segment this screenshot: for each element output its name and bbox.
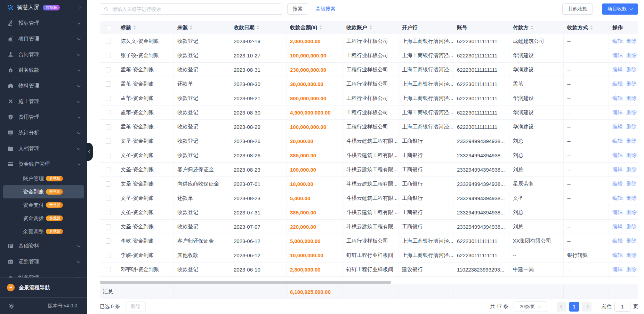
- row-checkbox[interactable]: [106, 181, 111, 187]
- row-checkbox[interactable]: [106, 39, 111, 44]
- row-checkbox[interactable]: [106, 167, 111, 172]
- search-input[interactable]: [112, 6, 279, 12]
- sidebar-item-finance[interactable]: 财务账款: [0, 62, 87, 78]
- edit-link[interactable]: 编辑: [612, 95, 623, 102]
- prev-page-button[interactable]: [557, 302, 566, 312]
- delete-link[interactable]: 删除: [626, 124, 637, 130]
- edit-link[interactable]: 编辑: [612, 52, 623, 59]
- sort-icon[interactable]: [190, 25, 193, 30]
- sidebar-item-contract[interactable]: 合同管理: [0, 47, 87, 62]
- delete-link[interactable]: 删除: [626, 266, 637, 273]
- delete-link[interactable]: 删除: [626, 181, 637, 187]
- edit-link[interactable]: 编辑: [612, 181, 623, 187]
- goto-page-input[interactable]: [614, 302, 630, 312]
- edit-link[interactable]: 编辑: [612, 166, 623, 173]
- page-number-1[interactable]: 1: [569, 302, 579, 312]
- delete-link[interactable]: 删除: [626, 52, 637, 59]
- column-header-date[interactable]: 收款日期: [230, 21, 287, 34]
- search-button[interactable]: 搜索: [287, 3, 308, 15]
- sort-icon[interactable]: [257, 25, 259, 30]
- delete-link[interactable]: 删除: [626, 81, 637, 87]
- row-checkbox[interactable]: [106, 81, 111, 87]
- sidebar-subitem-fund-transfer[interactable]: 资金调拨专业版: [0, 212, 87, 225]
- row-checkbox[interactable]: [106, 124, 111, 129]
- edit-link[interactable]: 编辑: [612, 152, 623, 159]
- sidebar-subitem-fund-payment[interactable]: 资金支付专业版: [0, 198, 87, 212]
- edit-link[interactable]: 编辑: [612, 81, 623, 87]
- edit-link[interactable]: 编辑: [612, 66, 623, 73]
- row-checkbox[interactable]: [106, 267, 111, 272]
- sort-icon[interactable]: [590, 25, 593, 30]
- sort-icon[interactable]: [531, 25, 533, 30]
- row-checkbox[interactable]: [106, 224, 111, 229]
- sidebar-item-license[interactable]: 证照管理: [0, 254, 87, 269]
- page-size-select[interactable]: 20条/页: [514, 301, 547, 312]
- sidebar-subitem-balance-adjust[interactable]: 余额调整专业版: [0, 225, 87, 238]
- delete-link[interactable]: 删除: [626, 223, 637, 230]
- sidebar-item-device[interactable]: 设备管理: [0, 269, 87, 277]
- column-header-title[interactable]: 标题: [117, 21, 174, 34]
- column-header-checkbox[interactable]: [100, 21, 117, 34]
- sidebar-item-document[interactable]: 文档管理: [0, 141, 87, 156]
- edit-link[interactable]: 编辑: [612, 266, 623, 273]
- edit-link[interactable]: 编辑: [612, 124, 623, 130]
- delete-link[interactable]: 删除: [626, 95, 637, 102]
- delete-link[interactable]: 删除: [626, 152, 637, 159]
- edit-link[interactable]: 编辑: [612, 195, 623, 202]
- project-receipt-button[interactable]: 项目收款: [602, 3, 638, 15]
- row-checkbox[interactable]: [106, 253, 111, 258]
- edit-link[interactable]: 编辑: [612, 38, 623, 45]
- column-header-source[interactable]: 来源: [174, 21, 230, 34]
- sidebar-subitem-fund-arrival[interactable]: 资金到账专业版: [3, 185, 84, 198]
- delete-link[interactable]: 删除: [626, 238, 637, 244]
- sidebar-collapse-handle[interactable]: [86, 143, 93, 161]
- batch-delete-button[interactable]: 删除: [126, 301, 146, 312]
- panorama-nav-item[interactable]: 全景流程导航: [0, 278, 87, 297]
- row-checkbox[interactable]: [106, 153, 111, 158]
- row-checkbox[interactable]: [106, 210, 111, 215]
- row-checkbox[interactable]: [106, 110, 111, 115]
- delete-link[interactable]: 删除: [626, 209, 637, 216]
- delete-link[interactable]: 删除: [626, 109, 637, 116]
- sidebar-item-expense[interactable]: 费用管理: [0, 109, 87, 125]
- delete-link[interactable]: 删除: [626, 138, 637, 144]
- column-header-account_no[interactable]: 账号: [453, 21, 509, 34]
- gear-icon[interactable]: [8, 303, 14, 309]
- row-checkbox[interactable]: [106, 139, 111, 144]
- edit-link[interactable]: 编辑: [612, 223, 623, 230]
- column-header-account[interactable]: 收款账户: [343, 21, 399, 34]
- column-header-method[interactable]: 收款方式: [564, 21, 609, 34]
- row-checkbox[interactable]: [106, 53, 111, 58]
- delete-link[interactable]: 删除: [626, 66, 637, 73]
- advanced-search-link[interactable]: 高级搜索: [316, 6, 335, 12]
- sort-icon[interactable]: [319, 25, 322, 30]
- delete-link[interactable]: 删除: [626, 195, 637, 202]
- sidebar-item-material[interactable]: 物料管理: [0, 78, 87, 94]
- sidebar-item-fund-account[interactable]: 资金账户管理: [0, 156, 87, 172]
- sidebar-item-project[interactable]: 项目管理: [0, 31, 87, 47]
- sidebar-item-statistics[interactable]: 统计分析: [0, 125, 87, 141]
- sidebar-subitem-account-manage[interactable]: 账户管理专业版: [0, 172, 87, 185]
- edit-link[interactable]: 编辑: [612, 109, 623, 116]
- edit-link[interactable]: 编辑: [612, 238, 623, 244]
- column-header-amount[interactable]: 收款金额(¥): [287, 21, 343, 34]
- column-header-payer[interactable]: 付款方: [509, 21, 564, 34]
- row-checkbox[interactable]: [106, 67, 111, 72]
- edit-link[interactable]: 编辑: [612, 252, 623, 259]
- edit-link[interactable]: 编辑: [612, 138, 623, 144]
- app-logo-row[interactable]: 智慧大屏 旗舰版: [0, 0, 87, 15]
- row-checkbox[interactable]: [106, 196, 111, 201]
- next-page-button[interactable]: [582, 302, 591, 312]
- delete-link[interactable]: 删除: [626, 166, 637, 173]
- row-checkbox[interactable]: [106, 96, 111, 101]
- edit-link[interactable]: 编辑: [612, 209, 623, 216]
- column-header-bank[interactable]: 开户行: [399, 21, 453, 34]
- header-checkbox[interactable]: [106, 25, 111, 30]
- sidebar-item-bidding[interactable]: 投标管理: [0, 15, 87, 31]
- sort-icon[interactable]: [133, 25, 136, 30]
- other-receipt-button[interactable]: 其他收款: [562, 3, 593, 15]
- sidebar-item-base-data[interactable]: 基础资料: [0, 238, 87, 254]
- column-header-actions[interactable]: 操作: [609, 21, 638, 34]
- sort-icon[interactable]: [369, 25, 372, 30]
- sidebar-item-construction[interactable]: 施工管理: [0, 94, 87, 109]
